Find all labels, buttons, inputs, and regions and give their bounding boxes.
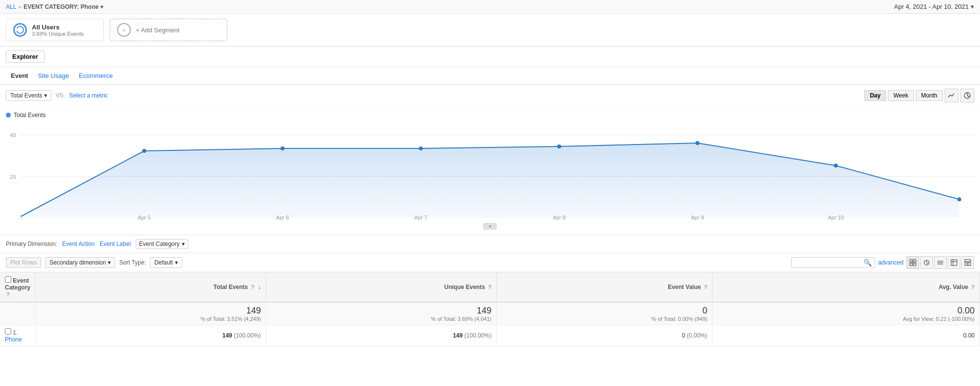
summary-unique-events-val: 149 — [271, 306, 491, 316]
svg-text:Apr 6: Apr 6 — [276, 215, 289, 220]
avg-value-help-icon[interactable]: ? — [971, 284, 975, 290]
table-controls-left: Plot Rows Secondary dimension ▾ Sort Typ… — [6, 257, 182, 268]
chart-point — [695, 141, 699, 145]
select-all-checkbox[interactable] — [5, 276, 11, 283]
tab-site-usage[interactable]: Site Usage — [33, 70, 74, 81]
chart-controls-right: Day Week Month — [864, 89, 974, 102]
chart-point — [419, 146, 423, 150]
explorer-button[interactable]: Explorer — [6, 50, 45, 63]
summary-avg-value-sub: Avg for View: 0.22 (-100.00%) — [717, 316, 975, 322]
select-metric-link[interactable]: Select a metric — [69, 92, 108, 99]
sort-type-dropdown[interactable]: Default ▾ — [150, 257, 182, 268]
dim-link-event-action[interactable]: Event Action — [62, 241, 95, 247]
all-users-segment: All Users 3.69% Unique Events — [6, 19, 104, 41]
date-range-text: Apr 4, 2021 - Apr 10, 2021 — [894, 3, 969, 10]
total-events-sort-arrow: ↓ — [258, 284, 261, 290]
chart-legend-label: Total Events — [14, 112, 46, 119]
date-range: Apr 4, 2021 - Apr 10, 2021 ▾ — [894, 3, 975, 10]
th-avg-value: Avg. Value ? — [712, 272, 980, 302]
th-total-events: Total Events ? ↓ — [36, 272, 266, 302]
vs-label: VS. — [55, 92, 65, 99]
search-input[interactable] — [795, 259, 863, 266]
summary-avg-value: 0.00 Avg for View: 0.22 (-100.00%) — [712, 302, 980, 325]
svg-rect-16 — [913, 260, 916, 262]
secondary-dimension-label: Secondary dimension — [49, 259, 106, 266]
table-view-pie-btn[interactable] — [920, 256, 933, 269]
th-checkbox: Event Category ? — [0, 272, 36, 302]
segment-sub: 3.69% Unique Events — [32, 31, 84, 37]
chart-area: Total Events 40 20 — [0, 107, 980, 235]
th-unique-events-label: Unique Events — [444, 284, 485, 290]
breadcrumb-all[interactable]: ALL — [6, 3, 16, 10]
breadcrumb-current: EVENT CATEGORY: Phone — [24, 3, 98, 10]
row-unique-events: 149 (100.00%) — [266, 325, 496, 346]
date-range-chevron[interactable]: ▾ — [971, 3, 974, 10]
total-events-help-icon[interactable]: ? — [251, 284, 254, 290]
metric-dropdown[interactable]: Total Events ▾ — [6, 90, 51, 101]
tab-ecommerce[interactable]: Ecommerce — [74, 70, 118, 81]
chart-legend-dot — [6, 113, 11, 118]
th-event-value: Event Value ? — [496, 272, 712, 302]
secondary-dimension-chevron: ▾ — [108, 259, 111, 266]
sub-tabs: Event Site Usage Ecommerce — [0, 67, 980, 85]
breadcrumb-sep: » — [18, 3, 22, 10]
summary-event-value-val: 0 — [502, 306, 708, 316]
primary-dim-label: Primary Dimension: — [6, 241, 57, 247]
svg-text:Apr 9: Apr 9 — [691, 215, 704, 220]
row-event-value-pct: (0.00%) — [686, 332, 707, 339]
add-segment-icon: + — [117, 23, 131, 37]
segment-icon — [13, 23, 27, 37]
secondary-dimension-dropdown[interactable]: Secondary dimension ▾ — [45, 257, 115, 268]
row-checkbox[interactable] — [5, 328, 11, 335]
unique-events-help-icon[interactable]: ? — [488, 284, 491, 290]
dim-active-event-category[interactable]: Event Category ▾ — [136, 239, 188, 249]
chart-area-fill — [21, 143, 959, 218]
table-view-custom-btn[interactable] — [961, 256, 974, 269]
svg-text:...: ... — [19, 215, 23, 220]
table-view-list-btn[interactable] — [934, 256, 947, 269]
row-total-events-val: 149 — [222, 332, 232, 339]
table-controls: Plot Rows Secondary dimension ▾ Sort Typ… — [0, 253, 980, 272]
chart-point — [834, 164, 838, 168]
row-total-events-pct: (100.00%) — [234, 332, 261, 339]
period-btn-month[interactable]: Month — [916, 90, 943, 101]
event-category-help-icon[interactable]: ? — [6, 291, 10, 297]
primary-dimension: Primary Dimension: Event Action Event La… — [0, 235, 980, 253]
add-segment-box[interactable]: + + Add Segment — [110, 19, 227, 41]
summary-label — [0, 302, 36, 325]
row-unique-events-val: 149 — [453, 332, 463, 339]
svg-line-3 — [967, 96, 970, 97]
breadcrumb-dropdown-icon[interactable]: ▾ — [100, 3, 103, 10]
search-box[interactable]: 🔍 — [791, 257, 875, 268]
table-row: 1. Phone 149 (100.00%) 149 (100.00%) 0 (… — [0, 325, 980, 346]
summary-unique-events: 149 % of Total: 3.69% (4,041) — [266, 302, 496, 325]
svg-text:Apr 10: Apr 10 — [828, 215, 844, 220]
segment-name: All Users — [32, 24, 84, 31]
chart-scroll-handle[interactable]: ▾ — [483, 223, 497, 230]
table-view-buttons — [906, 256, 974, 269]
svg-text:40: 40 — [10, 132, 16, 138]
event-value-help-icon[interactable]: ? — [704, 284, 708, 290]
chart-type-line-btn[interactable] — [945, 89, 958, 102]
segments-area: All Users 3.69% Unique Events + + Add Se… — [0, 14, 980, 47]
tab-event[interactable]: Event — [6, 70, 33, 81]
summary-event-value: 0 % of Total: 0.00% (949) — [496, 302, 712, 325]
th-total-events-label: Total Events — [214, 284, 248, 290]
dim-link-event-label[interactable]: Event Label — [99, 241, 130, 247]
chart-type-pie-btn[interactable] — [960, 89, 974, 102]
segment-info: All Users 3.69% Unique Events — [32, 24, 84, 37]
svg-rect-25 — [951, 260, 957, 265]
summary-event-value-sub: % of Total: 0.00% (949) — [502, 316, 708, 322]
table-body: 149 % of Total: 3.51% (4,249) 149 % of T… — [0, 302, 980, 346]
summary-avg-value-val: 0.00 — [717, 306, 975, 316]
row-item-name[interactable]: Phone — [5, 336, 22, 343]
th-event-value-label: Event Value — [668, 284, 701, 290]
advanced-link[interactable]: advanced — [878, 259, 904, 266]
period-btn-week[interactable]: Week — [888, 90, 913, 101]
period-btn-day[interactable]: Day — [864, 90, 886, 101]
row-unique-events-pct: (100.00%) — [465, 332, 491, 339]
row-label-cell: 1. Phone — [0, 325, 36, 346]
table-view-pivot-btn[interactable] — [948, 256, 960, 269]
table-view-grid-btn[interactable] — [906, 256, 919, 269]
chart-point — [957, 197, 961, 201]
